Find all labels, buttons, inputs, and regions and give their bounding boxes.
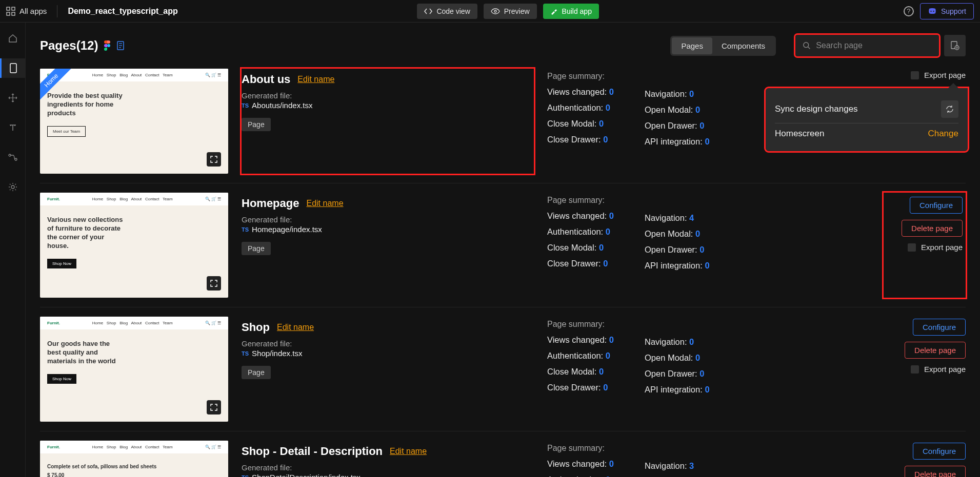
rail-text[interactable]: [0, 118, 26, 137]
code-icon: [424, 8, 432, 14]
rail-settings[interactable]: [0, 177, 26, 197]
open-drawer: Open Drawer: 0: [645, 121, 710, 131]
generated-file: TSShop/index.tsx: [242, 349, 534, 358]
generated-file-label: Generated file:: [242, 339, 534, 348]
page-info: About us Edit name Generated file: TSAbo…: [242, 69, 534, 174]
page-tag: Page: [242, 242, 271, 255]
sync-button[interactable]: [941, 100, 958, 118]
help-icon[interactable]: ?: [904, 6, 914, 16]
edit-name-link[interactable]: Edit name: [306, 199, 343, 208]
page-thumbnail[interactable]: Home Furnit.Home Shop Blog About Contact…: [40, 69, 228, 174]
all-apps-link[interactable]: All apps: [6, 7, 47, 16]
navigation: Navigation: 3: [645, 461, 710, 471]
page-card: Furnit.Home Shop Blog About Contact Team…: [40, 193, 966, 307]
configure-button[interactable]: Configure: [910, 197, 963, 214]
device-icon: [10, 63, 17, 73]
change-link[interactable]: Change: [928, 129, 958, 139]
build-app-button[interactable]: Build app: [543, 4, 599, 19]
ts-icon: TS: [242, 226, 249, 233]
search-input-wrap[interactable]: [795, 35, 939, 56]
views-changed: Views changed: 0: [547, 459, 614, 469]
topbar: All apps Demo_react_typescript_app Code …: [0, 0, 980, 23]
delete-page-button[interactable]: Delete page: [905, 466, 966, 477]
open-modal: Open Modal: 0: [645, 229, 710, 239]
edit-name-link[interactable]: Edit name: [297, 75, 334, 84]
generated-file-label: Generated file:: [242, 463, 534, 472]
generated-file: TSAboutus/index.tsx: [242, 101, 534, 110]
configure-button[interactable]: Configure: [913, 443, 966, 460]
svg-point-4: [494, 10, 496, 12]
page-thumbnail[interactable]: Furnit.Home Shop Blog About Contact Team…: [40, 193, 228, 298]
svg-point-10: [11, 185, 14, 189]
search-icon: [803, 41, 811, 50]
export-page[interactable]: Export page: [911, 365, 966, 374]
page-thumbnail[interactable]: Furnit.Home Shop Blog About Contact Team…: [40, 441, 228, 477]
expand-icon[interactable]: [207, 400, 221, 414]
hammer-icon: [550, 7, 558, 15]
svg-point-5: [930, 10, 932, 12]
summary-title: Page summary:: [547, 444, 614, 453]
edit-name-link[interactable]: Edit name: [390, 447, 427, 456]
configure-button[interactable]: Configure: [913, 319, 966, 336]
expand-icon[interactable]: [207, 152, 221, 167]
document-icon[interactable]: [116, 41, 125, 50]
svg-point-16: [804, 43, 809, 48]
export-page[interactable]: Export page: [911, 71, 966, 79]
home-icon: [8, 34, 17, 43]
text-icon: [9, 123, 17, 132]
summary-title: Page summary:: [547, 196, 614, 205]
page-gear-icon: [950, 40, 960, 51]
expand-icon[interactable]: [207, 276, 221, 291]
checkbox-icon: [908, 243, 916, 252]
close-drawer: Close Drawer: 0: [547, 259, 614, 268]
open-modal: Open Modal: 0: [645, 105, 710, 115]
support-button[interactable]: Support: [920, 3, 974, 19]
page-header: Pages(12) Pages Components: [40, 35, 966, 56]
authentication: Authentication: 0: [547, 351, 614, 361]
authentication: Authentication: 0: [547, 227, 614, 237]
page-actions: Configure Delete page Export page: [884, 193, 966, 298]
navigation: Navigation: 0: [645, 337, 710, 347]
close-modal: Close Modal: 0: [547, 243, 614, 253]
open-drawer: Open Drawer: 0: [645, 369, 710, 379]
rail-move[interactable]: [0, 88, 26, 108]
page-tag: Page: [242, 118, 271, 131]
search-input[interactable]: [816, 41, 932, 50]
page-name: Shop - Detail - Description: [242, 445, 383, 458]
summary-title: Page summary:: [547, 320, 614, 329]
delete-page-button[interactable]: Delete page: [902, 220, 963, 237]
open-drawer: Open Drawer: 0: [645, 245, 710, 255]
open-modal: Open Modal: 0: [645, 353, 710, 363]
page-summary: Page summary: Views changed: 0 Authentic…: [547, 193, 870, 298]
tab-pages[interactable]: Pages: [672, 37, 712, 54]
export-page[interactable]: Export page: [908, 243, 963, 252]
delete-page-button[interactable]: Delete page: [905, 342, 966, 359]
discord-icon: [928, 8, 937, 15]
svg-point-8: [9, 154, 11, 156]
svg-rect-1: [12, 7, 15, 10]
authentication: Authentication: 0: [547, 475, 614, 477]
page-thumbnail[interactable]: Furnit.Home Shop Blog About Contact Team…: [40, 317, 228, 422]
svg-point-9: [15, 158, 17, 160]
close-modal: Close Modal: 0: [547, 367, 614, 377]
figma-icon[interactable]: [103, 40, 111, 51]
api-integration: API integration: 0: [645, 261, 710, 271]
edit-name-link[interactable]: Edit name: [277, 323, 314, 332]
settings-button[interactable]: [944, 35, 966, 56]
eye-icon: [491, 8, 500, 14]
side-rail: [0, 23, 26, 477]
code-view-button[interactable]: Code view: [417, 4, 477, 19]
flow-icon: [8, 154, 17, 161]
homescreen-label: Homescreen: [775, 129, 928, 139]
rail-flow[interactable]: [0, 148, 26, 167]
views-changed: Views changed: 0: [547, 211, 614, 221]
rail-home[interactable]: [0, 29, 26, 48]
preview-button[interactable]: Preview: [484, 4, 537, 19]
checkbox-icon: [911, 365, 919, 374]
page-tag: Page: [242, 366, 271, 379]
main-content: Pages(12) Pages Components Sync design c…: [26, 23, 980, 477]
api-integration: API integration: 0: [645, 137, 710, 147]
rail-pages[interactable]: [0, 58, 26, 78]
page-info: Shop - Detail - Description Edit name Ge…: [242, 441, 534, 477]
tab-components[interactable]: Components: [712, 37, 774, 54]
